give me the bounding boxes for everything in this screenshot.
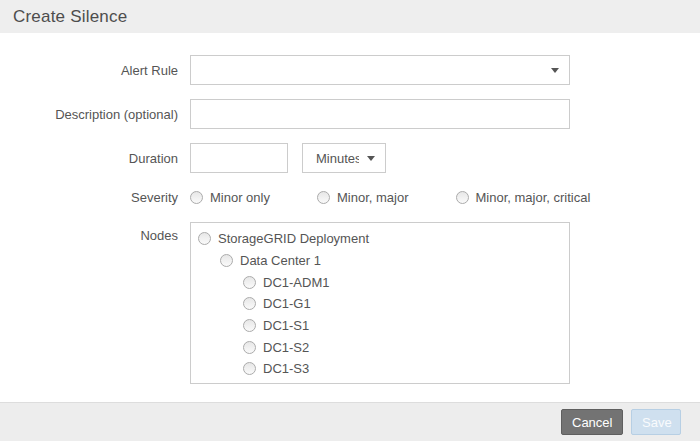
duration-units-select[interactable]: Minutes: [302, 143, 386, 173]
node-radio[interactable]: [220, 254, 233, 267]
dialog-body: Alert Rule Description (optional) Durati…: [0, 33, 700, 402]
node-radio[interactable]: [198, 232, 211, 245]
severity-option-minor-major-critical[interactable]: Minor, major, critical: [456, 190, 591, 205]
tree-item-dc1-s2[interactable]: DC1-S2: [198, 336, 569, 358]
tree-item-label: StorageGRID Deployment: [218, 231, 369, 246]
nodes-row: Nodes StorageGRID Deployment Data Center…: [0, 222, 700, 384]
alert-rule-select[interactable]: [190, 55, 570, 85]
severity-option-label: Minor, major: [337, 190, 409, 205]
node-radio[interactable]: [243, 276, 256, 289]
description-input[interactable]: [190, 99, 570, 129]
tree-item-storagegrid-deployment[interactable]: StorageGRID Deployment: [198, 228, 569, 250]
dialog-header: Create Silence: [0, 0, 700, 33]
page-title: Create Silence: [13, 7, 127, 27]
dialog-footer: Cancel Save: [0, 402, 700, 441]
severity-radio-group: Minor only Minor, major Minor, major, cr…: [190, 190, 590, 205]
tree-item-label: Data Center 1: [240, 253, 321, 268]
create-silence-dialog: Create Silence Alert Rule Description (o…: [0, 0, 700, 441]
tree-item-dc1-g1[interactable]: DC1-G1: [198, 293, 569, 315]
node-radio[interactable]: [243, 341, 256, 354]
tree-item-data-center-1[interactable]: Data Center 1: [198, 250, 569, 272]
nodes-tree: StorageGRID Deployment Data Center 1 DC1…: [190, 222, 570, 384]
alert-rule-select-wrap: [190, 55, 570, 85]
tree-item-label: DC1-S2: [263, 340, 309, 355]
alert-rule-row: Alert Rule: [0, 55, 700, 85]
severity-row: Severity Minor only Minor, major Minor, …: [0, 187, 700, 208]
tree-item-label: DC1-S3: [263, 361, 309, 376]
tree-item-dc1-adm1[interactable]: DC1-ADM1: [198, 271, 569, 293]
node-radio[interactable]: [243, 362, 256, 375]
severity-option-minor-only[interactable]: Minor only: [190, 190, 270, 205]
tree-item-label: DC1-G1: [263, 296, 311, 311]
severity-label: Severity: [0, 190, 190, 205]
severity-radio-minor-major[interactable]: [317, 191, 330, 204]
severity-option-minor-major[interactable]: Minor, major: [317, 190, 409, 205]
tree-item-label: DC1-S1: [263, 318, 309, 333]
severity-option-label: Minor, major, critical: [476, 190, 591, 205]
severity-radio-minor-major-critical[interactable]: [456, 191, 469, 204]
tree-item-label: DC1-ADM1: [263, 275, 329, 290]
description-label: Description (optional): [0, 107, 190, 122]
nodes-label: Nodes: [0, 222, 190, 243]
node-radio[interactable]: [243, 319, 256, 332]
duration-units-select-wrap: Minutes: [302, 143, 386, 173]
alert-rule-label: Alert Rule: [0, 63, 190, 78]
severity-option-label: Minor only: [210, 190, 270, 205]
duration-input[interactable]: [190, 143, 288, 173]
duration-label: Duration: [0, 151, 190, 166]
duration-row: Duration Minutes: [0, 143, 700, 173]
save-button[interactable]: Save: [631, 409, 681, 435]
cancel-button[interactable]: Cancel: [561, 409, 623, 435]
description-row: Description (optional): [0, 99, 700, 129]
node-radio[interactable]: [243, 297, 256, 310]
tree-item-dc1-s3[interactable]: DC1-S3: [198, 358, 569, 380]
tree-item-dc1-s1[interactable]: DC1-S1: [198, 315, 569, 337]
severity-radio-minor-only[interactable]: [190, 191, 203, 204]
